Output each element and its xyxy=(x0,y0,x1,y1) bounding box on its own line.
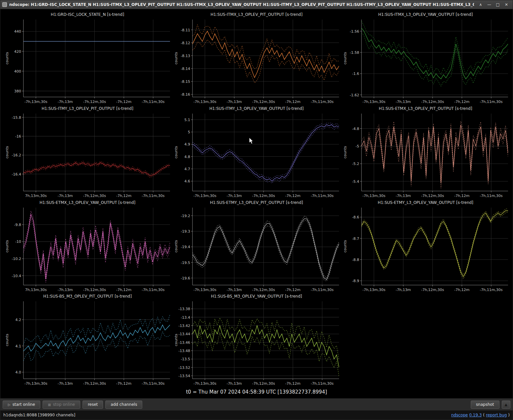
svg-text:-7h,11m,30s: -7h,11m,30s xyxy=(142,193,164,198)
chart-canvas[interactable]: -13.38-13.4-13.42-13.44-13.46-13.48-13.5… xyxy=(172,300,341,387)
svg-text:-5.2: -5.2 xyxy=(352,162,359,166)
chart-canvas[interactable]: 440420400380-7h,13m,30s-7h,13m-7h,12m,30… xyxy=(3,18,172,105)
svg-text:-8.13: -8.13 xyxy=(181,54,190,58)
svg-text:-7h,11m,30s: -7h,11m,30s xyxy=(480,193,502,198)
server-status: h1daqnds1:8088 [398990 channels] xyxy=(3,413,75,417)
version-link[interactable]: 0.19.3 xyxy=(469,413,482,417)
svg-text:counts: counts xyxy=(343,240,347,252)
stop-online-button[interactable]: ■ stop online xyxy=(43,401,80,409)
svg-text:-16.2: -16.2 xyxy=(12,153,21,157)
svg-text:-13.54: -13.54 xyxy=(179,374,190,378)
chart-panel[interactable]: H1:SUS-BS_M3_OPLEV_PIT_OUTPUT [s-trend] … xyxy=(3,293,172,387)
svg-text:-7h,12m: -7h,12m xyxy=(116,99,131,104)
chart-title: H1:SUS-ITMX_L3_OPLEV_PIT_OUTPUT [s-trend… xyxy=(172,11,341,18)
chart-canvas[interactable]: -15.8-16-16.2-16.47h,13m,30s-7h,13m-7h,1… xyxy=(3,112,172,199)
svg-text:counts: counts xyxy=(343,146,347,158)
chart-canvas[interactable]: 5.154.94.84.74.6-7h,13m,30s-7h,13m-7h,12… xyxy=(172,112,341,199)
chart-canvas[interactable]: -9.8-10-10.2-10.47h,13m,30s-7h,13m-7h,12… xyxy=(3,206,172,293)
svg-text:-7h,13m,30s: -7h,13m,30s xyxy=(24,381,47,386)
t0-label: t0 = Thu Mar 07 2024 04:58:39 UTC [13938… xyxy=(0,387,513,398)
svg-text:-16.4: -16.4 xyxy=(12,172,21,176)
add-channels-button[interactable]: add channels xyxy=(105,401,142,409)
chart-panel[interactable]: H1:SUS-ITMY_L3_OPLEV_YAW_OUTPUT [s-trend… xyxy=(172,105,341,199)
window-controls: ∧ — □ ✕ xyxy=(476,1,511,9)
expand-button[interactable]: ▲ xyxy=(502,401,510,409)
svg-text:-8.6: -8.6 xyxy=(352,215,359,219)
svg-text:-7h,13m: -7h,13m xyxy=(395,193,411,198)
svg-text:-10: -10 xyxy=(15,240,21,244)
chart-title: H1:SUS-ITMX_L3_OPLEV_YAW_OUTPUT [s-trend… xyxy=(341,11,510,18)
svg-text:-7h,13m: -7h,13m xyxy=(226,287,242,292)
reset-label: reset xyxy=(88,402,98,407)
reset-button[interactable]: reset xyxy=(83,401,103,409)
svg-text:-7h,12m,30s: -7h,12m,30s xyxy=(83,99,106,104)
snapshot-label: snapshot xyxy=(476,402,494,407)
chart-panel[interactable]: H1:SUS-BS_M3_OPLEV_YAW_OUTPUT [s-trend] … xyxy=(172,293,341,387)
svg-text:-8.7: -8.7 xyxy=(352,236,359,241)
window-title: ndscope: H1:GRD-ISC_LOCK_STATE_N H1:SUS-… xyxy=(9,2,474,7)
svg-text:-7h,11m,30s: -7h,11m,30s xyxy=(311,193,333,198)
start-online-button[interactable]: ▷ start online xyxy=(3,401,40,409)
svg-text:-5.4: -5.4 xyxy=(352,179,359,183)
svg-text:-7h,13m: -7h,13m xyxy=(57,193,73,198)
svg-text:counts: counts xyxy=(174,52,178,64)
svg-text:-7h,13m,30s: -7h,13m,30s xyxy=(193,193,216,198)
chart-title: H1:SUS-ETMX_L3_OPLEV_YAW_OUTPUT [s-trend… xyxy=(3,199,172,206)
toolbar: ▷ start online ■ stop online reset add c… xyxy=(0,398,513,410)
svg-text:7h,13m,30s: 7h,13m,30s xyxy=(25,193,47,198)
minimize-button[interactable]: — xyxy=(485,1,494,9)
chart-canvas[interactable]: -8.11-8.12-8.13-8.14-8.15-8.16-7h,13m,30… xyxy=(172,18,341,105)
svg-text:-19.4: -19.4 xyxy=(181,245,190,249)
chart-panel[interactable]: H1:SUS-ETMY_L3_OPLEV_YAW_OUTPUT [s-trend… xyxy=(341,199,510,293)
plot-grid: H1:GRD-ISC_LOCK_STATE_N [s-trend] 440420… xyxy=(0,9,513,387)
shade-button[interactable]: ∧ xyxy=(476,1,485,9)
svg-text:-7h,11m,30s: -7h,11m,30s xyxy=(142,99,164,104)
chart-canvas[interactable]: -1.56-1.58-1.6-1.62-7h,13m,30s-7h,13m-7h… xyxy=(341,18,510,105)
ndscope-window: ndscope: H1:GRD-ISC_LOCK_STATE_N H1:SUS-… xyxy=(0,0,513,420)
chart-canvas[interactable]: -4.8-5-5.2-5.4-7h,13m,30s-7h,13m-7h,12m,… xyxy=(341,112,510,199)
close-button[interactable]: ✕ xyxy=(502,1,511,9)
svg-text:-1.58: -1.58 xyxy=(350,50,359,55)
chart-panel[interactable]: H1:SUS-ITMX_L3_OPLEV_PIT_OUTPUT [s-trend… xyxy=(172,11,341,105)
maximize-button[interactable]: □ xyxy=(494,1,502,9)
chart-canvas[interactable]: -19.2-19.3-19.4-19.5-19.6-7h,13m,30s-7h,… xyxy=(172,206,341,293)
svg-text:-7h,12m: -7h,12m xyxy=(116,381,131,386)
svg-text:counts: counts xyxy=(343,52,347,64)
chart-canvas[interactable]: 4.24.14.0-7h,13m,30s-7h,13m-7h,12m,30s-7… xyxy=(3,300,172,387)
svg-text:-7h,11m,30s: -7h,11m,30s xyxy=(311,287,333,292)
svg-text:counts: counts xyxy=(5,334,9,346)
svg-text:counts: counts xyxy=(5,146,9,158)
svg-text:-7h,12m: -7h,12m xyxy=(285,193,300,198)
svg-text:-10.2: -10.2 xyxy=(12,256,21,261)
chart-panel[interactable]: H1:SUS-ETMX_L3_OPLEV_PIT_OUTPUT [s-trend… xyxy=(341,105,510,199)
svg-text:-10.4: -10.4 xyxy=(12,274,21,278)
svg-text:-7h,12m,30s: -7h,12m,30s xyxy=(421,193,444,198)
svg-text:-13.44: -13.44 xyxy=(179,332,190,336)
svg-text:-7h,13m: -7h,13m xyxy=(226,193,242,198)
snapshot-button[interactable]: snapshot xyxy=(471,401,499,409)
svg-text:-7h,13m: -7h,13m xyxy=(57,99,73,104)
svg-text:-7h,12m,30s: -7h,12m,30s xyxy=(252,287,275,292)
svg-text:-8.14: -8.14 xyxy=(181,67,190,71)
svg-text:-7h,13m: -7h,13m xyxy=(395,99,411,104)
svg-text:-7h,12m,30s: -7h,12m,30s xyxy=(83,193,106,198)
titlebar[interactable]: ndscope: H1:GRD-ISC_LOCK_STATE_N H1:SUS-… xyxy=(0,0,513,9)
svg-text:-13.5: -13.5 xyxy=(181,357,190,362)
chart-panel[interactable]: H1:SUS-ITMY_L3_OPLEV_PIT_OUTPUT [s-trend… xyxy=(3,105,172,199)
svg-text:-7h,12m,30s: -7h,12m,30s xyxy=(252,99,275,104)
chart-panel[interactable]: H1:SUS-ITMX_L3_OPLEV_YAW_OUTPUT [s-trend… xyxy=(341,11,510,105)
svg-text:-7h,12m,30s: -7h,12m,30s xyxy=(83,287,106,292)
svg-text:-5: -5 xyxy=(356,144,359,148)
svg-text:-8.15: -8.15 xyxy=(181,80,190,84)
chart-canvas[interactable]: -8.6-8.7-8.8-8.9-7h,13m,30s-7h,13m-7h,12… xyxy=(341,206,510,293)
svg-text:400: 400 xyxy=(14,69,21,74)
add-channels-label: add channels xyxy=(111,402,137,407)
svg-text:-9.8: -9.8 xyxy=(14,222,21,227)
svg-text:-7h,13m,30s: -7h,13m,30s xyxy=(362,193,385,198)
svg-text:4.0: 4.0 xyxy=(16,370,21,374)
chart-panel[interactable]: H1:SUS-ETMX_L3_OPLEV_YAW_OUTPUT [s-trend… xyxy=(3,199,172,293)
ndscope-link[interactable]: ndscope xyxy=(451,413,468,417)
chart-panel[interactable]: H1:SUS-ETMY_L3_OPLEV_PIT_OUTPUT [s-trend… xyxy=(172,199,341,293)
chart-panel[interactable]: H1:GRD-ISC_LOCK_STATE_N [s-trend] 440420… xyxy=(3,11,172,105)
report-bug-link[interactable]: report bug xyxy=(486,413,507,417)
